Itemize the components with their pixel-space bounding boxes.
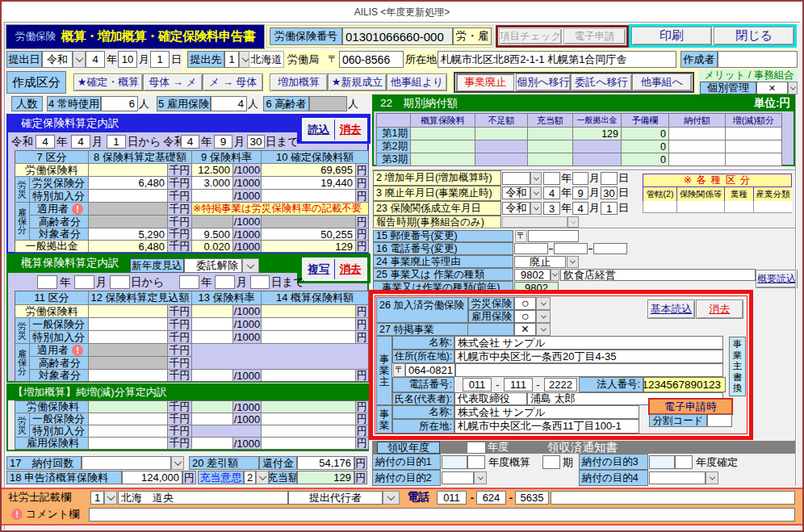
rate-cell[interactable] — [192, 413, 232, 425]
kobetsu-iko-button[interactable]: 個別へ移行 — [516, 73, 571, 91]
kibetsu-cell[interactable] — [669, 140, 725, 153]
amount-cell[interactable]: 129 — [262, 241, 355, 252]
rate-cell[interactable] — [192, 318, 232, 330]
mokuteki2-dropdown[interactable] — [474, 471, 487, 484]
kobetsu-kanri-dropdown[interactable] — [788, 82, 798, 94]
tel-henko-field3[interactable] — [593, 243, 627, 254]
jtel1-field[interactable]: 011 — [463, 378, 492, 392]
gaisan-date-y2[interactable] — [179, 275, 199, 289]
tel1-field[interactable]: 011 — [437, 491, 467, 505]
kakutei-clear-button[interactable]: 消去 — [335, 119, 366, 140]
kakutei-date-d2[interactable]: 30 — [247, 135, 265, 149]
base-cell[interactable]: 6,480 — [89, 177, 167, 189]
haishi-date-month-field[interactable]: 9 — [572, 186, 588, 199]
base-cell[interactable] — [89, 438, 167, 449]
gaisan-date-m2[interactable] — [215, 275, 235, 289]
kakutei-date-d1[interactable]: 1 — [107, 135, 126, 149]
amount-cell[interactable]: 19,440 — [262, 177, 355, 189]
juto-ishi-field[interactable]: 2 — [244, 471, 256, 484]
mokuteki1-ki-field[interactable] — [542, 455, 560, 469]
base-cell[interactable] — [89, 305, 167, 317]
amount-cell[interactable] — [262, 401, 355, 413]
sharoshi-num-field[interactable]: 1 — [90, 491, 104, 505]
redbox-clear-button[interactable]: 消去 — [696, 300, 743, 319]
gaiyo-yomikomi-button[interactable]: 概要読込 — [756, 270, 798, 288]
base-cell[interactable] — [89, 413, 167, 425]
juto-ishi-dropdown[interactable] — [256, 471, 269, 484]
gaisan-copy-button[interactable]: 複写 — [304, 259, 335, 279]
mokuteki2-field[interactable] — [442, 471, 474, 484]
amount-cell[interactable] — [262, 331, 355, 343]
kakushu-cell[interactable] — [725, 201, 753, 212]
kakutei-date-m2[interactable]: 9 — [214, 135, 232, 149]
haishi-date-era-field[interactable]: 令和 — [502, 186, 530, 199]
rosai-hoken-field[interactable]: ○ — [514, 297, 536, 310]
gaisan-clear-button[interactable]: 消去 — [335, 259, 366, 279]
tel2-field[interactable]: 624 — [476, 491, 506, 505]
zoka-date-month-field[interactable] — [572, 172, 588, 185]
jtel2-field[interactable]: 111 — [504, 378, 533, 392]
tel-extra-field[interactable] — [551, 491, 795, 505]
kakutei-gaisan-button[interactable]: ★確定・概算 — [73, 73, 143, 91]
jtel3-field[interactable]: 2222 — [544, 378, 577, 392]
kakushu-cell[interactable] — [643, 201, 676, 212]
ryoshu-nendo-field[interactable] — [467, 442, 486, 454]
koyo-hoken-field[interactable]: ○ — [514, 310, 536, 323]
base-cell[interactable] — [89, 401, 167, 413]
bunkatsu-code-field[interactable] — [707, 414, 732, 427]
jigyo-meisho-field[interactable]: 株式会社 サンプル — [454, 405, 639, 419]
item-check-button[interactable]: 項目チェック — [499, 28, 562, 44]
shinkoku-field[interactable]: 124,000 — [122, 471, 182, 484]
koyo-hoken-dropdown[interactable] — [536, 310, 551, 323]
haishi-riyu-dropdown[interactable] — [567, 256, 579, 268]
sagyo-code-field[interactable]: 9802 — [514, 269, 551, 281]
comment-field[interactable] — [89, 508, 795, 522]
denshi-shinsei-button[interactable]: 電子申請 — [563, 28, 626, 44]
zip-extra-field[interactable] — [455, 363, 723, 377]
rate-cell[interactable]: 9.500 — [192, 228, 232, 240]
zoka-date-year-field[interactable] — [543, 172, 560, 185]
mokuteki4-dropdown[interactable] — [706, 471, 718, 484]
kakutei-read-button[interactable]: 読込 — [304, 119, 335, 140]
tel-henko-field1[interactable] — [514, 243, 548, 254]
sharoshi-num-dropdown[interactable] — [104, 491, 117, 505]
botai-me-button[interactable]: 母体 → メ — [143, 73, 203, 91]
gaisan-itaku-field[interactable]: 委託解除 — [184, 258, 242, 273]
rate-cell[interactable]: 12.500 — [192, 164, 232, 176]
rate-cell[interactable]: 3.000 — [192, 177, 232, 189]
tel3-field[interactable]: 5635 — [515, 491, 549, 505]
rate-cell[interactable] — [192, 305, 232, 317]
amount-cell[interactable]: 69,695 — [262, 164, 355, 176]
rosai-hoken-dropdown[interactable] — [536, 297, 551, 310]
base-cell[interactable] — [89, 318, 167, 330]
haishi-date-day-field[interactable]: 30 — [601, 186, 618, 199]
amount-cell[interactable] — [262, 438, 355, 449]
itaku-iko-button[interactable]: 委託へ移行 — [571, 73, 632, 91]
amount-cell[interactable] — [262, 413, 355, 425]
jigyo-haishi-button[interactable]: 事業廃止 — [456, 73, 514, 91]
zoka-date-day-field[interactable] — [601, 172, 618, 185]
tel-henko-field2[interactable] — [554, 243, 588, 254]
tajikumi-yori-button[interactable]: 他事組より — [387, 73, 447, 91]
rate-cell[interactable] — [192, 331, 232, 343]
me-botai-button[interactable]: メ → 母体 — [203, 73, 263, 91]
gaisan-date-m1[interactable] — [74, 275, 94, 289]
kanpu-field[interactable]: 54,176 — [297, 456, 354, 470]
amount-cell[interactable] — [262, 425, 355, 437]
nofu-kaisu-field[interactable] — [82, 456, 171, 470]
kibetsu-cell[interactable] — [726, 128, 781, 140]
haishi-date-era-dropdown[interactable] — [530, 186, 542, 199]
juto-gaku-field[interactable]: 129 — [297, 471, 354, 484]
mokuteki3-field[interactable] — [675, 455, 693, 469]
base-cell[interactable] — [89, 425, 167, 437]
rate-cell[interactable] — [192, 438, 232, 449]
meisho-field[interactable]: 株式会社 サンプル — [454, 336, 723, 350]
zip-field[interactable]: 064-0821 — [405, 363, 455, 377]
gaisan-shinnendo-button[interactable]: 新年度見込 — [130, 258, 184, 273]
seiritsu-date-era-field[interactable]: 令和 — [502, 202, 530, 215]
amount-cell[interactable] — [262, 370, 355, 381]
sagyo-code-dropdown[interactable] — [551, 269, 559, 281]
sakusei-field[interactable] — [718, 51, 798, 68]
base-cell[interactable]: 5,290 — [89, 228, 167, 240]
denshi-shinsei-ji-button[interactable]: 電子申請時 — [649, 399, 732, 414]
